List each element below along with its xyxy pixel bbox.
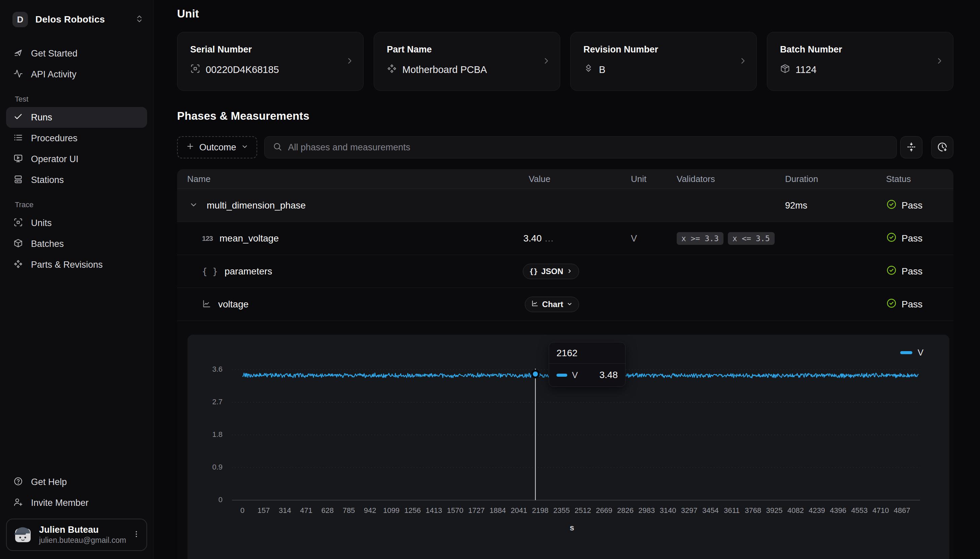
sidebar-item-runs[interactable]: Runs: [6, 107, 147, 128]
circle-check-icon: [886, 265, 897, 278]
y-tick-label: 1.8: [187, 430, 222, 439]
user-name: Julien Buteau: [39, 524, 126, 536]
outcome-label: Outcome: [199, 142, 236, 153]
table-row-mean-voltage[interactable]: 123 mean_voltage 3.40 … V x >= 3.3 x <= …: [177, 222, 953, 255]
card-value: 00220D4K68185: [206, 64, 279, 75]
tooltip-value: 3.48: [600, 370, 618, 380]
phases-table: Name Value Unit Validators Duration Stat…: [177, 169, 953, 559]
x-tick-label: 4867: [887, 506, 917, 515]
card-batch-number[interactable]: Batch Number 1124: [767, 32, 953, 91]
tooltip-x-value: 2162: [549, 342, 625, 364]
search-box: [264, 136, 897, 159]
column-value: Value: [177, 174, 551, 184]
card-serial-number[interactable]: Serial Number 00220D4K68185: [177, 32, 363, 91]
sidebar-item-label: Get Started: [31, 48, 78, 59]
measurement-value: 3.40: [524, 233, 542, 244]
sidebar-item-label: Invite Member: [31, 498, 88, 508]
search-input[interactable]: [288, 142, 889, 153]
user-info: Julien Buteau julien.buteau@gmail.com: [39, 524, 126, 545]
sidebar-item-operator-ui[interactable]: Operator UI: [6, 149, 147, 170]
sidebar: D Delos Robotics Get Started API Activit…: [0, 0, 154, 559]
user-plus-icon: [13, 498, 23, 508]
status-label: Pass: [902, 200, 922, 211]
scan-icon: [13, 218, 23, 228]
sidebar-spacer: [0, 275, 153, 471]
json-pill-button[interactable]: {} JSON: [523, 264, 579, 279]
table-header: Name Value Unit Validators Duration Stat…: [177, 169, 953, 189]
chart-x-axis-title: s: [559, 523, 585, 533]
collapse-all-button[interactable]: [900, 136, 922, 159]
table-row-parameters[interactable]: { } parameters {} JSON Pass: [177, 255, 953, 288]
tooltip-series-swatch: [557, 374, 567, 377]
legend-label: V: [918, 347, 924, 358]
column-validators: Validators: [677, 174, 715, 184]
validator-badge: x >= 3.3: [677, 232, 723, 245]
workspace-avatar: D: [12, 12, 28, 27]
help-circle-icon: [13, 476, 23, 487]
search-icon: [273, 142, 282, 153]
y-tick-label: 0.9: [187, 463, 222, 471]
sidebar-item-label: Stations: [31, 175, 64, 185]
list-icon: [13, 133, 23, 144]
card-revision-number[interactable]: Revision Number B: [570, 32, 757, 91]
pill-label: JSON: [541, 267, 563, 276]
sidebar-item-label: Procedures: [31, 133, 78, 144]
card-value: 1124: [796, 64, 816, 75]
status-label: Pass: [902, 233, 922, 244]
sidebar-item-get-started[interactable]: Get Started: [6, 43, 147, 64]
card-part-name[interactable]: Part Name Motherboard PCBA: [374, 32, 560, 91]
chart-line-icon: [531, 300, 539, 309]
sidebar-item-units[interactable]: Units: [6, 213, 147, 233]
phase-duration: 92ms: [785, 200, 807, 210]
sidebar-item-label: Get Help: [31, 477, 67, 487]
card-label: Serial Number: [190, 45, 363, 55]
chart-tooltip: 2162 V 3.48: [549, 342, 625, 387]
sidebar-item-label: Units: [31, 218, 52, 228]
outcome-filter-button[interactable]: Outcome: [177, 136, 257, 159]
clock-history-icon: [937, 142, 948, 153]
table-row-voltage[interactable]: voltage Chart Pass: [177, 288, 953, 321]
column-unit: Unit: [631, 174, 647, 184]
tooltip-series-name: V: [572, 370, 578, 380]
plus-icon: [186, 142, 195, 153]
y-tick-label: 0: [187, 495, 222, 504]
chart-pill-button[interactable]: Chart: [525, 297, 579, 312]
value-ellipsis: …: [544, 233, 554, 244]
sidebar-item-parts-revisions[interactable]: Parts & Revisions: [6, 254, 147, 275]
chevron-down-icon[interactable]: [189, 200, 198, 210]
workspace-switcher[interactable]: D Delos Robotics: [0, 10, 153, 30]
paper-plane-icon: [13, 48, 23, 59]
y-tick-label: 2.7: [187, 397, 222, 406]
card-value: Motherboard PCBA: [402, 64, 487, 75]
check-icon: [13, 112, 23, 123]
layers-icon: [584, 64, 594, 76]
sidebar-item-label: Runs: [31, 112, 52, 123]
diamonds-icon: [13, 259, 23, 270]
sidebar-item-procedures[interactable]: Procedures: [6, 128, 147, 149]
sidebar-item-invite-member[interactable]: Invite Member: [6, 493, 147, 513]
column-duration: Duration: [785, 174, 818, 184]
workspace-name: Delos Robotics: [35, 14, 128, 25]
unit-detail-page: D Delos Robotics Get Started API Activit…: [0, 0, 980, 559]
scan-icon: [190, 64, 200, 76]
chevron-right-icon: [567, 267, 573, 276]
ellipsis-vertical-icon[interactable]: [132, 530, 140, 539]
measurement-unit: V: [631, 233, 637, 243]
user-avatar: [13, 525, 32, 545]
voltage-chart-panel: 3.62.71.80.90 01573144716287859421099125…: [187, 335, 949, 559]
sidebar-item-stations[interactable]: Stations: [6, 170, 147, 190]
sidebar-item-api-activity[interactable]: API Activity: [6, 64, 147, 85]
circle-check-icon: [886, 298, 897, 311]
column-status: Status: [886, 174, 911, 184]
y-tick-label: 3.6: [187, 365, 222, 374]
sidebar-nav-top: Get Started API Activity: [0, 43, 153, 85]
card-label: Revision Number: [584, 45, 756, 55]
unit-cards: Serial Number 00220D4K68185 Part Name Mo…: [177, 32, 953, 91]
sidebar-item-get-help[interactable]: Get Help: [6, 471, 147, 493]
user-menu[interactable]: Julien Buteau julien.buteau@gmail.com: [6, 519, 147, 551]
history-button[interactable]: [931, 136, 953, 159]
table-row-phase[interactable]: multi_dimension_phase 92ms Pass: [177, 189, 953, 222]
card-label: Batch Number: [780, 45, 953, 55]
sidebar-item-batches[interactable]: Batches: [6, 233, 147, 254]
card-label: Part Name: [387, 45, 560, 55]
